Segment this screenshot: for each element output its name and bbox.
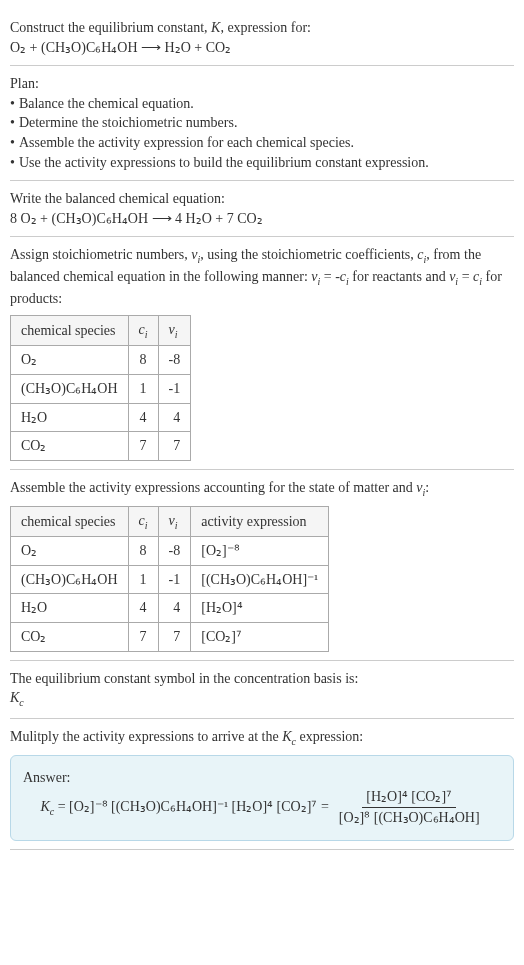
header-vi: νi xyxy=(158,506,191,537)
table-row: O₂8-8 xyxy=(11,346,191,375)
table-row: CO₂77[CO₂]⁷ xyxy=(11,623,329,652)
plan-section: Plan: •Balance the chemical equation. •D… xyxy=(10,66,514,181)
activity-table: chemical species ci νi activity expressi… xyxy=(10,506,329,652)
activity-section: Assemble the activity expressions accoun… xyxy=(10,470,514,661)
header-species: chemical species xyxy=(11,315,129,346)
stoich-table: chemical species ci νi O₂8-8 (CH₃O)C₆H₄O… xyxy=(10,315,191,461)
balanced-intro: Write the balanced chemical equation: xyxy=(10,189,514,209)
construct-title: Construct the equilibrium constant, K, e… xyxy=(10,18,514,38)
multiply-intro: Mulitply the activity expressions to arr… xyxy=(10,727,514,749)
table-row: (CH₃O)C₆H₄OH1-1 xyxy=(11,374,191,403)
symbol-intro: The equilibrium constant symbol in the c… xyxy=(10,669,514,689)
symbol-section: The equilibrium constant symbol in the c… xyxy=(10,661,514,719)
construct-section: Construct the equilibrium constant, K, e… xyxy=(10,10,514,66)
header-species: chemical species xyxy=(11,506,129,537)
plan-item: •Determine the stoichiometric numbers. xyxy=(10,113,514,133)
table-row: (CH₃O)C₆H₄OH1-1[(CH₃O)C₆H₄OH]⁻¹ xyxy=(11,565,329,594)
plan-title: Plan: xyxy=(10,74,514,94)
plan-item: •Use the activity expressions to build t… xyxy=(10,153,514,173)
stoich-section: Assign stoichiometric numbers, νi, using… xyxy=(10,237,514,469)
answer-label: Answer: xyxy=(23,768,501,788)
table-row: O₂8-8[O₂]⁻⁸ xyxy=(11,537,329,566)
table-row: H₂O44 xyxy=(11,403,191,432)
table-row: H₂O44[H₂O]⁴ xyxy=(11,594,329,623)
activity-intro: Assemble the activity expressions accoun… xyxy=(10,478,514,500)
numerator: [H₂O]⁴ [CO₂]⁷ xyxy=(362,787,456,808)
stoich-intro: Assign stoichiometric numbers, νi, using… xyxy=(10,245,514,308)
header-expression: activity expression xyxy=(191,506,329,537)
header-ci: ci xyxy=(128,315,158,346)
denominator: [O₂]⁸ [(CH₃O)C₆H₄OH] xyxy=(335,808,484,828)
answer-box: Answer: Kc = [O₂]⁻⁸ [(CH₃O)C₆H₄OH]⁻¹ [H₂… xyxy=(10,755,514,841)
header-ci: ci xyxy=(128,506,158,537)
symbol-kc: Kc xyxy=(10,688,514,710)
plan-item: •Balance the chemical equation. xyxy=(10,94,514,114)
table-row: CO₂77 xyxy=(11,432,191,461)
balanced-section: Write the balanced chemical equation: 8 … xyxy=(10,181,514,237)
multiply-section: Mulitply the activity expressions to arr… xyxy=(10,719,514,850)
table-header-row: chemical species ci νi xyxy=(11,315,191,346)
answer-formula: Kc = [O₂]⁻⁸ [(CH₃O)C₆H₄OH]⁻¹ [H₂O]⁴ [CO₂… xyxy=(23,787,501,827)
balanced-equation: 8 O₂ + (CH₃O)C₆H₄OH ⟶ 4 H₂O + 7 CO₂ xyxy=(10,209,514,229)
unbalanced-equation: O₂ + (CH₃O)C₆H₄OH ⟶ H₂O + CO₂ xyxy=(10,38,514,58)
kc-lhs: Kc = [O₂]⁻⁸ [(CH₃O)C₆H₄OH]⁻¹ [H₂O]⁴ [CO₂… xyxy=(40,797,328,819)
fraction: [H₂O]⁴ [CO₂]⁷ [O₂]⁸ [(CH₃O)C₆H₄OH] xyxy=(335,787,484,827)
table-header-row: chemical species ci νi activity expressi… xyxy=(11,506,329,537)
plan-item: •Assemble the activity expression for ea… xyxy=(10,133,514,153)
header-vi: νi xyxy=(158,315,191,346)
